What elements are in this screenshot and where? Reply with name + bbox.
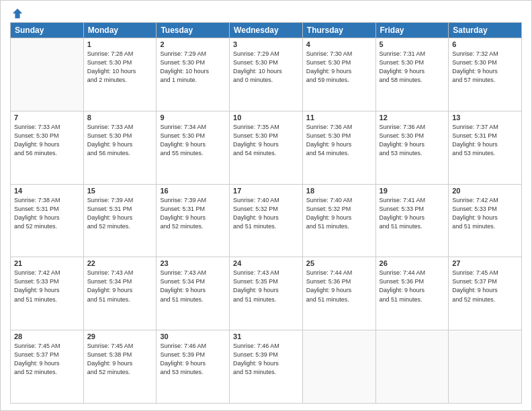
calendar-week-4: 21Sunrise: 7:42 AMSunset: 5:33 PMDayligh… <box>11 257 522 330</box>
day-info: Sunrise: 7:41 AMSunset: 5:33 PMDaylight:… <box>380 196 445 231</box>
calendar-header-sunday: Sunday <box>11 23 84 38</box>
day-info: Sunrise: 7:35 AMSunset: 5:30 PMDaylight:… <box>233 123 299 158</box>
calendar-header-saturday: Saturday <box>449 23 522 38</box>
calendar-cell-4-2: 22Sunrise: 7:43 AMSunset: 5:34 PMDayligh… <box>83 257 157 330</box>
day-number: 9 <box>160 113 226 122</box>
day-info: Sunrise: 7:40 AMSunset: 5:32 PMDaylight:… <box>306 196 372 231</box>
day-number: 19 <box>380 187 445 195</box>
calendar-cell-2-1: 7Sunrise: 7:33 AMSunset: 5:30 PMDaylight… <box>11 111 84 184</box>
day-info: Sunrise: 7:33 AMSunset: 5:30 PMDaylight:… <box>14 123 80 158</box>
day-number: 13 <box>452 113 518 122</box>
calendar-cell-4-5: 25Sunrise: 7:44 AMSunset: 5:36 PMDayligh… <box>302 257 375 330</box>
calendar-cell-4-4: 24Sunrise: 7:43 AMSunset: 5:35 PMDayligh… <box>230 257 303 330</box>
calendar-week-3: 14Sunrise: 7:38 AMSunset: 5:31 PMDayligh… <box>11 184 522 257</box>
day-info: Sunrise: 7:37 AMSunset: 5:31 PMDaylight:… <box>452 123 518 158</box>
calendar-cell-2-2: 8Sunrise: 7:33 AMSunset: 5:30 PMDaylight… <box>83 111 157 184</box>
calendar-cell-1-5: 4Sunrise: 7:30 AMSunset: 5:30 PMDaylight… <box>302 38 375 111</box>
day-info: Sunrise: 7:42 AMSunset: 5:33 PMDaylight:… <box>14 269 80 304</box>
day-info: Sunrise: 7:40 AMSunset: 5:32 PMDaylight:… <box>233 196 299 231</box>
calendar-cell-5-3: 30Sunrise: 7:46 AMSunset: 5:39 PMDayligh… <box>157 330 230 404</box>
day-info: Sunrise: 7:39 AMSunset: 5:31 PMDaylight:… <box>87 196 153 231</box>
day-info: Sunrise: 7:30 AMSunset: 5:30 PMDaylight:… <box>306 50 372 85</box>
day-number: 31 <box>233 332 299 340</box>
day-number: 30 <box>160 332 226 340</box>
day-info: Sunrise: 7:43 AMSunset: 5:34 PMDaylight:… <box>87 269 153 304</box>
day-number: 25 <box>306 259 372 267</box>
calendar-cell-3-5: 18Sunrise: 7:40 AMSunset: 5:32 PMDayligh… <box>302 184 375 257</box>
calendar-cell-5-2: 29Sunrise: 7:45 AMSunset: 5:38 PMDayligh… <box>83 330 157 404</box>
day-number: 20 <box>452 187 518 195</box>
calendar-header-monday: Monday <box>83 23 157 38</box>
day-number: 6 <box>452 40 518 48</box>
calendar-cell-1-4: 3Sunrise: 7:29 AMSunset: 5:30 PMDaylight… <box>230 38 303 111</box>
day-info: Sunrise: 7:33 AMSunset: 5:30 PMDaylight:… <box>87 123 153 158</box>
calendar-week-2: 7Sunrise: 7:33 AMSunset: 5:30 PMDaylight… <box>11 111 522 184</box>
calendar-header-thursday: Thursday <box>302 23 375 38</box>
day-number: 18 <box>306 187 372 195</box>
calendar-header-wednesday: Wednesday <box>230 23 303 38</box>
calendar-cell-5-7 <box>449 330 522 404</box>
day-number: 14 <box>14 187 80 195</box>
calendar-cell-3-6: 19Sunrise: 7:41 AMSunset: 5:33 PMDayligh… <box>375 184 449 257</box>
day-number: 26 <box>380 259 445 267</box>
day-number: 16 <box>160 187 226 195</box>
calendar-cell-3-4: 17Sunrise: 7:40 AMSunset: 5:32 PMDayligh… <box>230 184 303 257</box>
logo <box>10 7 24 17</box>
calendar-cell-3-7: 20Sunrise: 7:42 AMSunset: 5:33 PMDayligh… <box>449 184 522 257</box>
calendar-cell-4-1: 21Sunrise: 7:42 AMSunset: 5:33 PMDayligh… <box>11 257 84 330</box>
day-number: 11 <box>306 113 372 122</box>
day-info: Sunrise: 7:39 AMSunset: 5:31 PMDaylight:… <box>160 196 226 231</box>
day-number: 24 <box>233 259 299 267</box>
day-number: 28 <box>14 332 80 340</box>
calendar-cell-4-6: 26Sunrise: 7:44 AMSunset: 5:36 PMDayligh… <box>375 257 449 330</box>
day-info: Sunrise: 7:36 AMSunset: 5:30 PMDaylight:… <box>306 123 372 158</box>
calendar-cell-1-3: 2Sunrise: 7:29 AMSunset: 5:30 PMDaylight… <box>157 38 230 111</box>
day-number: 17 <box>233 187 299 195</box>
calendar-table: SundayMondayTuesdayWednesdayThursdayFrid… <box>10 22 522 404</box>
day-number: 2 <box>160 40 226 48</box>
day-info: Sunrise: 7:44 AMSunset: 5:36 PMDaylight:… <box>380 269 445 304</box>
day-info: Sunrise: 7:34 AMSunset: 5:30 PMDaylight:… <box>160 123 226 158</box>
calendar-week-1: 1Sunrise: 7:28 AMSunset: 5:30 PMDaylight… <box>11 38 522 111</box>
day-number: 10 <box>233 113 299 122</box>
calendar-cell-3-2: 15Sunrise: 7:39 AMSunset: 5:31 PMDayligh… <box>83 184 157 257</box>
day-info: Sunrise: 7:46 AMSunset: 5:39 PMDaylight:… <box>160 342 226 377</box>
calendar-header-friday: Friday <box>375 23 449 38</box>
day-number: 21 <box>14 259 80 267</box>
calendar-cell-4-7: 27Sunrise: 7:45 AMSunset: 5:37 PMDayligh… <box>449 257 522 330</box>
calendar-cell-2-6: 12Sunrise: 7:36 AMSunset: 5:30 PMDayligh… <box>375 111 449 184</box>
day-info: Sunrise: 7:43 AMSunset: 5:34 PMDaylight:… <box>160 269 226 304</box>
day-info: Sunrise: 7:29 AMSunset: 5:30 PMDaylight:… <box>233 50 299 85</box>
day-info: Sunrise: 7:44 AMSunset: 5:36 PMDaylight:… <box>306 269 372 304</box>
day-info: Sunrise: 7:29 AMSunset: 5:30 PMDaylight:… <box>160 50 226 85</box>
day-number: 22 <box>87 259 153 267</box>
calendar-cell-5-1: 28Sunrise: 7:45 AMSunset: 5:37 PMDayligh… <box>11 330 84 404</box>
calendar-cell-2-3: 9Sunrise: 7:34 AMSunset: 5:30 PMDaylight… <box>157 111 230 184</box>
day-number: 7 <box>14 113 80 122</box>
svg-marker-0 <box>13 9 22 18</box>
day-number: 15 <box>87 187 153 195</box>
calendar-cell-2-7: 13Sunrise: 7:37 AMSunset: 5:31 PMDayligh… <box>449 111 522 184</box>
calendar-cell-1-6: 5Sunrise: 7:31 AMSunset: 5:30 PMDaylight… <box>375 38 449 111</box>
calendar-header-tuesday: Tuesday <box>157 23 230 38</box>
calendar-cell-5-4: 31Sunrise: 7:46 AMSunset: 5:39 PMDayligh… <box>230 330 303 404</box>
page: SundayMondayTuesdayWednesdayThursdayFrid… <box>0 0 532 411</box>
day-info: Sunrise: 7:31 AMSunset: 5:30 PMDaylight:… <box>380 50 445 85</box>
day-number: 23 <box>160 259 226 267</box>
calendar-header-row: SundayMondayTuesdayWednesdayThursdayFrid… <box>11 23 522 38</box>
day-info: Sunrise: 7:38 AMSunset: 5:31 PMDaylight:… <box>14 196 80 231</box>
day-number: 29 <box>87 332 153 340</box>
logo-icon <box>11 7 24 19</box>
day-info: Sunrise: 7:42 AMSunset: 5:33 PMDaylight:… <box>452 196 518 231</box>
day-number: 27 <box>452 259 518 267</box>
header <box>10 7 522 17</box>
day-info: Sunrise: 7:43 AMSunset: 5:35 PMDaylight:… <box>233 269 299 304</box>
day-number: 4 <box>306 40 372 48</box>
day-number: 8 <box>87 113 153 122</box>
calendar-cell-3-1: 14Sunrise: 7:38 AMSunset: 5:31 PMDayligh… <box>11 184 84 257</box>
calendar-cell-2-5: 11Sunrise: 7:36 AMSunset: 5:30 PMDayligh… <box>302 111 375 184</box>
calendar-cell-1-7: 6Sunrise: 7:32 AMSunset: 5:30 PMDaylight… <box>449 38 522 111</box>
calendar-cell-1-2: 1Sunrise: 7:28 AMSunset: 5:30 PMDaylight… <box>83 38 157 111</box>
day-info: Sunrise: 7:45 AMSunset: 5:37 PMDaylight:… <box>14 342 80 377</box>
calendar-cell-3-3: 16Sunrise: 7:39 AMSunset: 5:31 PMDayligh… <box>157 184 230 257</box>
